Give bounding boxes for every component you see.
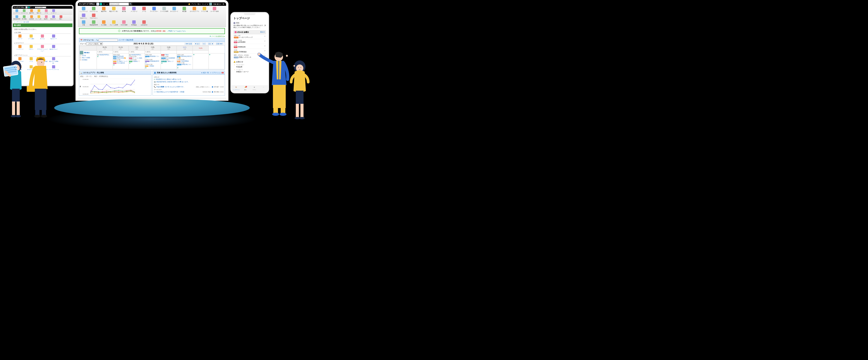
phone-icon: 📞 (154, 86, 156, 88)
schedule-search-input[interactable] (98, 39, 118, 41)
user-facility-search[interactable]: ユーザー/施設検索 (119, 39, 133, 41)
group-select[interactable]: （グループ表示） (86, 42, 103, 45)
svg-point-31 (102, 89, 103, 90)
bell-icon[interactable]: 🔔 (188, 3, 190, 5)
app-item[interactable]: クレーム管… (35, 15, 42, 20)
unread-link[interactable]: ● 未読一覧 (201, 72, 209, 74)
app-item[interactable]: 売上情報 (99, 20, 109, 27)
add-event[interactable]: ✚ (97, 56, 112, 58)
card-icon[interactable]: ▭ (33, 6, 34, 8)
app-item[interactable]: ワークフロー (149, 6, 159, 13)
settings-item[interactable]: メール通知 (26, 34, 37, 40)
add-event[interactable]: ✚ (193, 54, 208, 56)
add-parts-icon[interactable]: ✚ (210, 35, 211, 37)
apply-form-link[interactable]: 申請フォームはこちら (168, 30, 186, 32)
user-menu[interactable]: 高橋 健太 ▾ (213, 3, 221, 5)
settings-item[interactable]: グループ (14, 34, 26, 40)
app-item[interactable]: 電話メモ (35, 9, 42, 14)
prev-week[interactable]: ◀◀ 前週 (184, 43, 193, 45)
svg-point-7 (102, 91, 103, 92)
week-toggle[interactable]: 週表示 (260, 31, 265, 33)
crumb-top[interactable]: トップページ (14, 21, 22, 23)
app-item[interactable]: 日報 (79, 20, 89, 27)
user-link[interactable]: 高橋 健太 (84, 52, 90, 54)
app-item[interactable]: カスタムアプリ (189, 6, 199, 13)
app-item[interactable]: 商談… (57, 15, 65, 20)
app-item[interactable]: 安否確認 (129, 20, 139, 27)
app-item[interactable]: 売上情報 (21, 15, 28, 20)
svg-point-75 (41, 62, 42, 63)
avatar[interactable] (209, 3, 212, 5)
add-parts-link[interactable]: パーツを追加する (211, 35, 224, 37)
svg-point-21 (110, 91, 111, 92)
app-item[interactable]: アドレス帳 (199, 6, 210, 13)
app-item[interactable]: 掲示板 (119, 6, 129, 13)
refresh-icon[interactable]: ⟳ (264, 40, 266, 42)
add-event[interactable]: ✚ (177, 67, 192, 69)
app-item[interactable]: 商談進捗管理 (89, 20, 99, 27)
svg-point-43 (102, 92, 103, 93)
app-item[interactable]: 施設予約 (28, 9, 35, 14)
card-icon[interactable]: ▭ (106, 3, 108, 5)
app-item[interactable]: メール (139, 6, 149, 13)
app-item[interactable]: 施設予約 (99, 6, 109, 13)
target-icon[interactable] (28, 6, 30, 8)
phone-event[interactable]: 11:00 - 11:00往訪 山本海運様⟳ (234, 39, 266, 44)
svg-point-93 (298, 67, 299, 68)
add-event[interactable]: ✚ (129, 62, 144, 64)
gear-icon[interactable]: ⚙ (222, 3, 225, 5)
reaction-link[interactable]: ☺ リアクション (210, 72, 221, 74)
app-item[interactable]: メッセージ (50, 9, 57, 14)
today[interactable]: 今日 (202, 43, 206, 45)
search-button[interactable]: 🔍 (129, 3, 132, 5)
add-event[interactable]: ✚ (113, 64, 128, 66)
refresh-icon[interactable]: ⟳ (264, 35, 266, 37)
app-item[interactable]: 在庫管理 (28, 15, 35, 20)
app-item[interactable]: お弁当注文 (139, 20, 149, 27)
apps-menu[interactable]: アプリ一覧 ▾ (191, 3, 200, 5)
app-item[interactable]: 今日の体調 (119, 20, 129, 27)
target-icon[interactable] (99, 3, 102, 5)
svg-point-8 (106, 91, 107, 92)
app-item[interactable]: メッセージ (129, 6, 139, 13)
next-day[interactable]: 翌日 ▶ (208, 43, 214, 45)
app-item[interactable]: プロジェクト (89, 13, 99, 20)
svg-point-18 (98, 91, 99, 92)
app-item[interactable]: メール (42, 9, 50, 14)
app-item[interactable]: 確定売… (42, 15, 50, 20)
phone-event[interactable]: 9:00 - 9:30タスク メッセージチェック⟳ (234, 34, 266, 39)
add-event[interactable]: ✚ (161, 62, 176, 64)
schedule-title: スケジュール (83, 39, 94, 41)
app-item[interactable]: 共有タスク… (50, 15, 57, 20)
app-item[interactable]: ToDoリスト (79, 13, 89, 20)
settings-item[interactable]: モバイル (37, 34, 48, 40)
svg-point-30 (98, 89, 99, 90)
app-item[interactable]: スケジュール (21, 9, 28, 14)
phone-tab[interactable]: 🏠トップページ (231, 86, 241, 92)
app-item[interactable]: ファイル管理 (159, 6, 169, 13)
app-item[interactable]: 商談進捗管理 (13, 15, 21, 20)
phone-tab[interactable]: 🔔9通知 (241, 86, 250, 92)
mail-icon[interactable]: ✉ (30, 6, 32, 8)
app-item[interactable]: タイムカード (169, 6, 179, 13)
google-icon[interactable]: G (26, 6, 28, 8)
app-item[interactable]: クレーム管理 (109, 20, 119, 27)
app-item[interactable]: トップページ (13, 9, 21, 14)
prev-day[interactable]: ◀ 前日 (194, 43, 200, 45)
laptop-search-input[interactable] (110, 3, 129, 5)
links-menu[interactable]: リンク ▾ (202, 3, 208, 5)
search-icon[interactable]: 🔍 (96, 39, 98, 41)
google-icon[interactable]: G (96, 3, 99, 5)
app-item[interactable]: ユーザー名簿 (210, 6, 219, 13)
app-item[interactable]: トップページ (79, 6, 89, 13)
next-week[interactable]: 翌週 ▶▶ (215, 43, 224, 45)
add-event[interactable]: ✚ (145, 67, 160, 69)
mail-icon[interactable]: ✉ (102, 3, 105, 5)
settings-item[interactable]: Myグループ (48, 34, 59, 40)
add-event[interactable]: ✚ (209, 54, 224, 56)
app-item[interactable]: 電話メモ（在） (109, 6, 119, 13)
app-item[interactable]: スケジュール (89, 6, 99, 13)
tablet-search-input[interactable] (35, 6, 46, 8)
app-item[interactable]: 報告書 (179, 6, 189, 13)
svg-rect-69 (35, 110, 39, 115)
